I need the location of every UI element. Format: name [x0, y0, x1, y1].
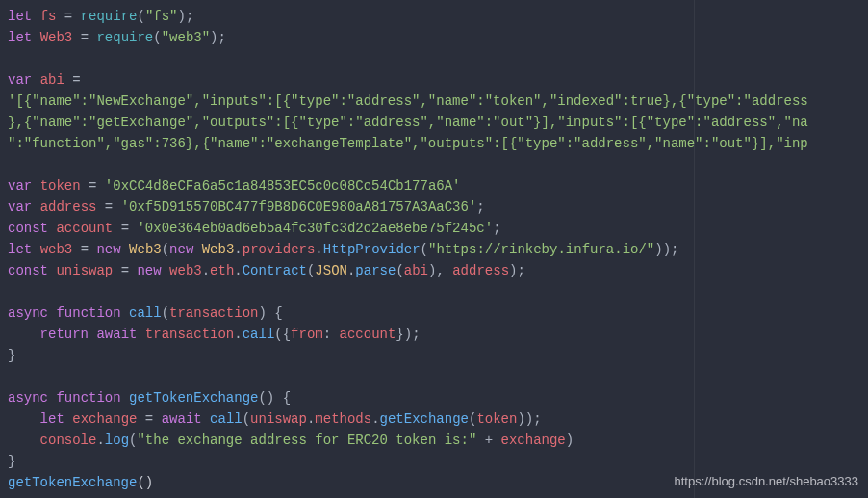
code-line: ":"function","gas":736},{"name":"exchang…	[8, 136, 808, 151]
code-line: getTokenExchange()	[8, 475, 153, 490]
code-line: var token = '0xCC4d8eCFa6a5c1a84853EC5c0…	[8, 178, 461, 194]
code-line: }	[8, 454, 15, 469]
code-line: var address = '0xf5D915570BC477f9B8D6C0E…	[8, 199, 485, 215]
code-line: },{"name":"getExchange","outputs":[{"typ…	[8, 115, 808, 130]
code-line: const account = '0x0e364eb0ad6eb5a4fc30f…	[8, 221, 501, 236]
code-line: let fs = require("fs");	[8, 9, 193, 24]
code-line: let Web3 = require("web3");	[8, 30, 226, 45]
code-line: }	[8, 348, 15, 363]
code-line: const uniswap = new web3.eth.Contract(JS…	[8, 263, 525, 278]
code-line: '[{"name":"NewExchange","inputs":[{"type…	[8, 93, 808, 109]
code-line: async function getTokenExchange() {	[8, 390, 291, 406]
code-line: let web3 = new Web3(new Web3.providers.H…	[8, 242, 678, 257]
code-editor[interactable]: let fs = require("fs"); let Web3 = requi…	[0, 0, 868, 498]
code-line: console.log("the exchange address for ER…	[8, 432, 574, 448]
code-line: async function call(transaction) {	[8, 305, 283, 321]
code-line: return await transaction.call({from: acc…	[8, 327, 421, 342]
code-line: var abi =	[8, 72, 81, 88]
code-line: let exchange = await call(uniswap.method…	[8, 411, 542, 427]
